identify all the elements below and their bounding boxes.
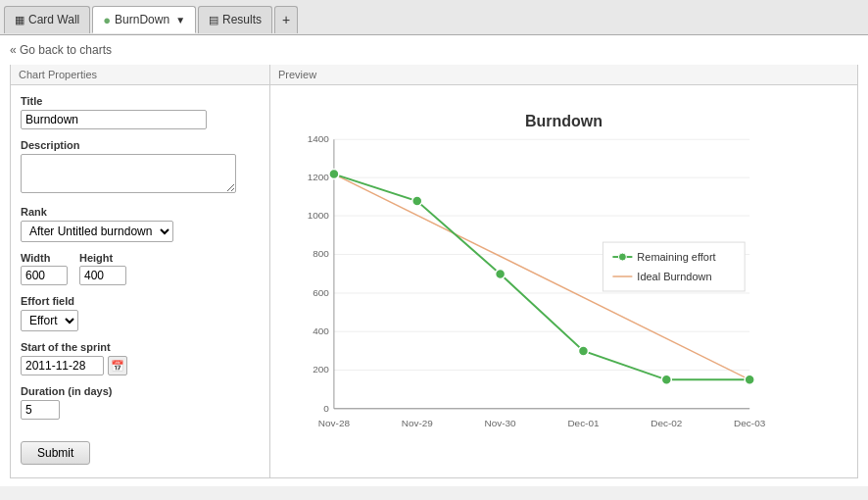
effort-select[interactable]: Effort xyxy=(21,310,78,331)
svg-point-26 xyxy=(412,196,422,206)
panels: Chart Properties Title Description Rank … xyxy=(10,65,858,478)
grid-icon: ▦ xyxy=(15,14,24,26)
sprint-date-input[interactable] xyxy=(21,356,104,375)
submit-button[interactable]: Submit xyxy=(21,441,90,465)
duration-group: Duration (in days) xyxy=(21,385,260,420)
description-label: Description xyxy=(21,139,260,151)
width-input[interactable] xyxy=(21,266,68,285)
date-row: 📅 xyxy=(21,356,260,375)
description-textarea[interactable] xyxy=(21,154,236,193)
width-group: Width xyxy=(21,252,68,285)
right-panel: Preview Burndown xyxy=(270,65,857,477)
tab-burndown[interactable]: ● BurnDown ▼ xyxy=(92,6,196,33)
circle-icon: ● xyxy=(103,13,111,27)
duration-input[interactable] xyxy=(21,400,60,420)
svg-text:1400: 1400 xyxy=(308,133,330,144)
svg-rect-31 xyxy=(603,242,745,291)
effort-row: Effort xyxy=(21,310,260,331)
plus-icon: + xyxy=(282,12,290,27)
svg-point-28 xyxy=(578,346,588,356)
width-label: Width xyxy=(21,252,68,264)
svg-text:400: 400 xyxy=(313,325,329,336)
height-label: Height xyxy=(79,252,126,264)
table-icon: ▤ xyxy=(209,14,218,26)
tab-add-button[interactable]: + xyxy=(274,6,298,33)
duration-label: Duration (in days) xyxy=(21,385,260,397)
tab-card-wall-label: Card Wall xyxy=(28,13,79,26)
tab-bar: ▦ Card Wall ● BurnDown ▼ ▤ Results + xyxy=(0,0,868,35)
rank-select[interactable]: After Untitled burndown xyxy=(21,221,173,242)
svg-point-30 xyxy=(745,375,754,384)
effort-group: Effort field Effort xyxy=(21,295,260,331)
svg-text:200: 200 xyxy=(313,364,329,375)
svg-text:600: 600 xyxy=(313,287,329,298)
chevron-down-icon: ▼ xyxy=(175,15,185,25)
svg-point-29 xyxy=(661,375,671,384)
rank-label: Rank xyxy=(21,206,260,218)
svg-text:Ideal Burndown: Ideal Burndown xyxy=(637,271,711,282)
title-group: Title xyxy=(21,95,260,129)
dimensions-group: Width Height xyxy=(21,252,260,285)
tab-results-label: Results xyxy=(222,13,262,26)
svg-text:1200: 1200 xyxy=(308,172,330,182)
tab-burndown-label: BurnDown xyxy=(115,13,169,26)
left-panel-header: Chart Properties xyxy=(11,65,269,85)
svg-text:Dec-02: Dec-02 xyxy=(651,418,683,428)
calendar-icon[interactable]: 📅 xyxy=(108,356,127,375)
main-content: « Go back to charts Chart Properties Tit… xyxy=(0,35,868,486)
left-panel: Chart Properties Title Description Rank … xyxy=(11,65,270,477)
rank-group: Rank After Untitled burndown xyxy=(21,206,260,242)
go-back-link[interactable]: « Go back to charts xyxy=(10,43,858,57)
svg-point-25 xyxy=(329,170,339,179)
burndown-chart: Burndown 0 200 xyxy=(280,95,847,468)
width-height-row: Width Height xyxy=(21,252,260,285)
svg-text:Remaining effort: Remaining effort xyxy=(637,251,715,263)
height-group: Height xyxy=(79,252,126,285)
sprint-group: Start of the sprint 📅 xyxy=(21,341,260,375)
svg-text:0: 0 xyxy=(323,403,329,414)
svg-text:1000: 1000 xyxy=(308,210,330,221)
right-panel-header: Preview xyxy=(270,65,857,85)
chart-container: Burndown 0 200 xyxy=(280,95,847,468)
svg-point-33 xyxy=(618,253,626,261)
svg-text:800: 800 xyxy=(313,248,329,259)
sprint-label: Start of the sprint xyxy=(21,341,260,353)
svg-text:Dec-01: Dec-01 xyxy=(567,418,600,428)
title-label: Title xyxy=(21,95,260,107)
svg-text:Nov-30: Nov-30 xyxy=(485,418,517,428)
svg-point-27 xyxy=(496,270,506,279)
description-group: Description xyxy=(21,139,260,196)
svg-text:Dec-03: Dec-03 xyxy=(734,418,766,428)
chart-title: Burndown xyxy=(525,113,603,129)
height-input[interactable] xyxy=(79,266,126,285)
tab-card-wall[interactable]: ▦ Card Wall xyxy=(4,6,90,33)
tab-results[interactable]: ▤ Results xyxy=(198,6,272,33)
svg-text:Nov-28: Nov-28 xyxy=(318,418,351,428)
effort-label: Effort field xyxy=(21,295,260,307)
title-input[interactable] xyxy=(21,110,207,129)
svg-text:Nov-29: Nov-29 xyxy=(402,418,434,428)
